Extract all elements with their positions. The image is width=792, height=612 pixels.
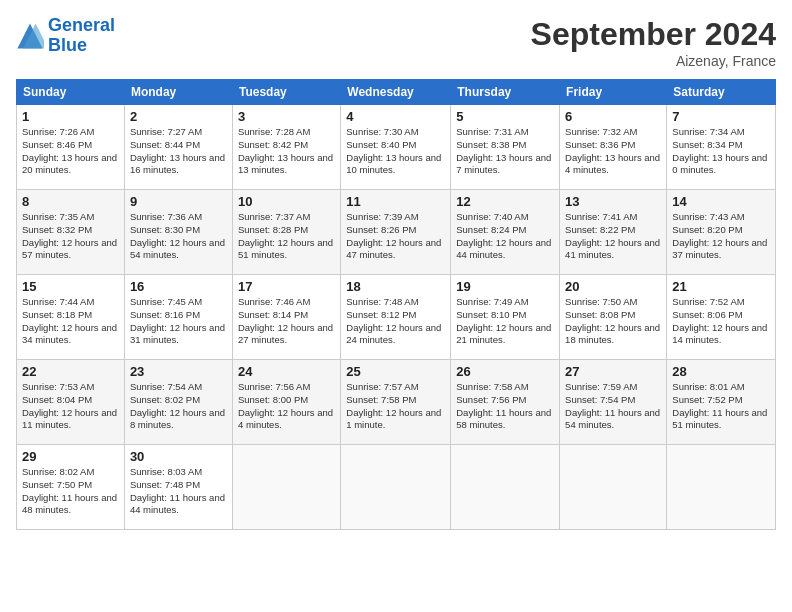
day-number: 11 — [346, 194, 445, 209]
table-row: 13Sunrise: 7:41 AMSunset: 8:22 PMDayligh… — [560, 190, 667, 275]
day-number: 30 — [130, 449, 227, 464]
day-number: 28 — [672, 364, 770, 379]
table-row: 23Sunrise: 7:54 AMSunset: 8:02 PMDayligh… — [124, 360, 232, 445]
day-number: 21 — [672, 279, 770, 294]
header: General Blue September 2024 Aizenay, Fra… — [16, 16, 776, 69]
table-row: 24Sunrise: 7:56 AMSunset: 8:00 PMDayligh… — [232, 360, 340, 445]
day-info: Sunrise: 7:48 AMSunset: 8:12 PMDaylight:… — [346, 296, 441, 345]
calendar-row: 22Sunrise: 7:53 AMSunset: 8:04 PMDayligh… — [17, 360, 776, 445]
table-row: 5Sunrise: 7:31 AMSunset: 8:38 PMDaylight… — [451, 105, 560, 190]
day-number: 22 — [22, 364, 119, 379]
day-info: Sunrise: 7:35 AMSunset: 8:32 PMDaylight:… — [22, 211, 117, 260]
table-row: 20Sunrise: 7:50 AMSunset: 8:08 PMDayligh… — [560, 275, 667, 360]
table-row: 11Sunrise: 7:39 AMSunset: 8:26 PMDayligh… — [341, 190, 451, 275]
header-thursday: Thursday — [451, 80, 560, 105]
header-wednesday: Wednesday — [341, 80, 451, 105]
table-row: 7Sunrise: 7:34 AMSunset: 8:34 PMDaylight… — [667, 105, 776, 190]
day-info: Sunrise: 7:54 AMSunset: 8:02 PMDaylight:… — [130, 381, 225, 430]
calendar: Sunday Monday Tuesday Wednesday Thursday… — [16, 79, 776, 530]
table-row — [341, 445, 451, 530]
table-row: 26Sunrise: 7:58 AMSunset: 7:56 PMDayligh… — [451, 360, 560, 445]
day-info: Sunrise: 8:02 AMSunset: 7:50 PMDaylight:… — [22, 466, 117, 515]
day-number: 3 — [238, 109, 335, 124]
day-info: Sunrise: 7:34 AMSunset: 8:34 PMDaylight:… — [672, 126, 767, 175]
table-row: 19Sunrise: 7:49 AMSunset: 8:10 PMDayligh… — [451, 275, 560, 360]
table-row: 14Sunrise: 7:43 AMSunset: 8:20 PMDayligh… — [667, 190, 776, 275]
day-number: 27 — [565, 364, 661, 379]
logo-icon — [16, 22, 44, 50]
day-info: Sunrise: 7:41 AMSunset: 8:22 PMDaylight:… — [565, 211, 660, 260]
day-number: 18 — [346, 279, 445, 294]
header-saturday: Saturday — [667, 80, 776, 105]
table-row: 29Sunrise: 8:02 AMSunset: 7:50 PMDayligh… — [17, 445, 125, 530]
day-number: 16 — [130, 279, 227, 294]
day-info: Sunrise: 7:40 AMSunset: 8:24 PMDaylight:… — [456, 211, 551, 260]
day-info: Sunrise: 7:37 AMSunset: 8:28 PMDaylight:… — [238, 211, 333, 260]
day-info: Sunrise: 7:49 AMSunset: 8:10 PMDaylight:… — [456, 296, 551, 345]
logo-text: General Blue — [48, 16, 115, 56]
table-row — [560, 445, 667, 530]
table-row: 17Sunrise: 7:46 AMSunset: 8:14 PMDayligh… — [232, 275, 340, 360]
calendar-row: 8Sunrise: 7:35 AMSunset: 8:32 PMDaylight… — [17, 190, 776, 275]
calendar-row: 29Sunrise: 8:02 AMSunset: 7:50 PMDayligh… — [17, 445, 776, 530]
day-number: 13 — [565, 194, 661, 209]
location: Aizenay, France — [531, 53, 776, 69]
day-info: Sunrise: 7:57 AMSunset: 7:58 PMDaylight:… — [346, 381, 441, 430]
day-number: 29 — [22, 449, 119, 464]
day-info: Sunrise: 7:43 AMSunset: 8:20 PMDaylight:… — [672, 211, 767, 260]
day-number: 20 — [565, 279, 661, 294]
table-row: 18Sunrise: 7:48 AMSunset: 8:12 PMDayligh… — [341, 275, 451, 360]
day-info: Sunrise: 7:28 AMSunset: 8:42 PMDaylight:… — [238, 126, 333, 175]
day-number: 8 — [22, 194, 119, 209]
day-info: Sunrise: 7:30 AMSunset: 8:40 PMDaylight:… — [346, 126, 441, 175]
day-info: Sunrise: 7:36 AMSunset: 8:30 PMDaylight:… — [130, 211, 225, 260]
day-number: 26 — [456, 364, 554, 379]
calendar-header-row: Sunday Monday Tuesday Wednesday Thursday… — [17, 80, 776, 105]
day-info: Sunrise: 7:53 AMSunset: 8:04 PMDaylight:… — [22, 381, 117, 430]
day-number: 17 — [238, 279, 335, 294]
day-info: Sunrise: 8:03 AMSunset: 7:48 PMDaylight:… — [130, 466, 225, 515]
table-row: 3Sunrise: 7:28 AMSunset: 8:42 PMDaylight… — [232, 105, 340, 190]
table-row: 8Sunrise: 7:35 AMSunset: 8:32 PMDaylight… — [17, 190, 125, 275]
day-number: 24 — [238, 364, 335, 379]
table-row: 25Sunrise: 7:57 AMSunset: 7:58 PMDayligh… — [341, 360, 451, 445]
day-info: Sunrise: 7:52 AMSunset: 8:06 PMDaylight:… — [672, 296, 767, 345]
table-row: 12Sunrise: 7:40 AMSunset: 8:24 PMDayligh… — [451, 190, 560, 275]
day-info: Sunrise: 7:26 AMSunset: 8:46 PMDaylight:… — [22, 126, 117, 175]
table-row: 2Sunrise: 7:27 AMSunset: 8:44 PMDaylight… — [124, 105, 232, 190]
day-info: Sunrise: 7:31 AMSunset: 8:38 PMDaylight:… — [456, 126, 551, 175]
day-info: Sunrise: 7:27 AMSunset: 8:44 PMDaylight:… — [130, 126, 225, 175]
table-row: 27Sunrise: 7:59 AMSunset: 7:54 PMDayligh… — [560, 360, 667, 445]
day-number: 15 — [22, 279, 119, 294]
day-number: 4 — [346, 109, 445, 124]
day-number: 7 — [672, 109, 770, 124]
calendar-row: 1Sunrise: 7:26 AMSunset: 8:46 PMDaylight… — [17, 105, 776, 190]
day-info: Sunrise: 7:44 AMSunset: 8:18 PMDaylight:… — [22, 296, 117, 345]
logo: General Blue — [16, 16, 115, 56]
table-row — [451, 445, 560, 530]
day-number: 9 — [130, 194, 227, 209]
day-info: Sunrise: 7:58 AMSunset: 7:56 PMDaylight:… — [456, 381, 551, 430]
day-number: 19 — [456, 279, 554, 294]
day-number: 1 — [22, 109, 119, 124]
day-info: Sunrise: 8:01 AMSunset: 7:52 PMDaylight:… — [672, 381, 767, 430]
day-number: 10 — [238, 194, 335, 209]
table-row: 22Sunrise: 7:53 AMSunset: 8:04 PMDayligh… — [17, 360, 125, 445]
title-section: September 2024 Aizenay, France — [531, 16, 776, 69]
day-info: Sunrise: 7:56 AMSunset: 8:00 PMDaylight:… — [238, 381, 333, 430]
header-monday: Monday — [124, 80, 232, 105]
day-number: 12 — [456, 194, 554, 209]
day-number: 6 — [565, 109, 661, 124]
header-tuesday: Tuesday — [232, 80, 340, 105]
day-number: 5 — [456, 109, 554, 124]
day-info: Sunrise: 7:50 AMSunset: 8:08 PMDaylight:… — [565, 296, 660, 345]
table-row: 16Sunrise: 7:45 AMSunset: 8:16 PMDayligh… — [124, 275, 232, 360]
table-row: 10Sunrise: 7:37 AMSunset: 8:28 PMDayligh… — [232, 190, 340, 275]
table-row: 9Sunrise: 7:36 AMSunset: 8:30 PMDaylight… — [124, 190, 232, 275]
table-row: 30Sunrise: 8:03 AMSunset: 7:48 PMDayligh… — [124, 445, 232, 530]
page: General Blue September 2024 Aizenay, Fra… — [0, 0, 792, 612]
table-row: 4Sunrise: 7:30 AMSunset: 8:40 PMDaylight… — [341, 105, 451, 190]
table-row: 15Sunrise: 7:44 AMSunset: 8:18 PMDayligh… — [17, 275, 125, 360]
table-row — [232, 445, 340, 530]
calendar-row: 15Sunrise: 7:44 AMSunset: 8:18 PMDayligh… — [17, 275, 776, 360]
